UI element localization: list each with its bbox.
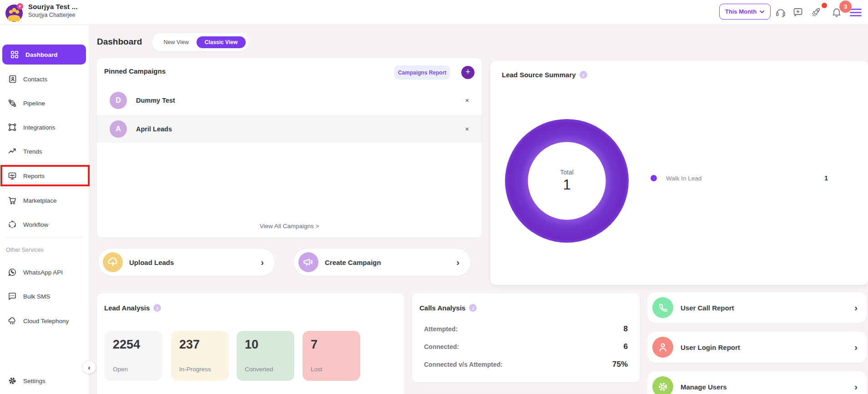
calls-analysis-title: Calls Analysis i: [419, 304, 477, 312]
sidebar-item-trends[interactable]: Trends: [0, 141, 89, 161]
sidebar-item-label: Cloud Telephony: [23, 318, 69, 324]
stat-label: Lost: [311, 366, 323, 373]
phone-icon: [652, 297, 673, 318]
calls-label: Attempted:: [424, 325, 458, 333]
trending-up-icon: [8, 147, 17, 156]
org-logo[interactable]: [5, 3, 25, 23]
org-logo-icon: [5, 3, 25, 23]
info-icon[interactable]: i: [153, 304, 161, 312]
sidebar-collapse-button[interactable]: ‹: [83, 361, 96, 374]
period-selector-label: This Month: [725, 8, 757, 15]
stat-value: 7: [311, 338, 360, 352]
sidebar-item-label: Trends: [23, 148, 42, 155]
create-campaign-card[interactable]: Create Campaign ›: [293, 248, 471, 276]
chevron-right-icon: ›: [854, 342, 858, 353]
stat-label: Open: [113, 366, 128, 373]
sidebar-item-workflow[interactable]: Workflow: [0, 214, 89, 234]
view-all-campaigns-link[interactable]: View All Campaigns >: [97, 223, 482, 229]
manage-users-gear-icon: [652, 376, 673, 394]
user-name: Sourjya Chatterjee: [28, 12, 78, 18]
stat-value: 2254: [113, 338, 162, 352]
sidebar: Dashboard Contacts Pipeline: [0, 25, 89, 394]
pinned-campaigns-card: Pinned Campaigns Campaigns Report + D Du…: [97, 58, 482, 238]
donut-center: Total 1: [505, 119, 629, 243]
unpin-campaign-close-icon[interactable]: ×: [465, 125, 469, 133]
unpin-campaign-close-icon[interactable]: ×: [465, 96, 469, 104]
add-campaign-button[interactable]: +: [461, 66, 474, 79]
other-services-label: Other Services: [6, 247, 44, 253]
user-call-report-card[interactable]: User Call Report ›: [647, 292, 867, 323]
stat-tile-open[interactable]: 2254 Open: [105, 331, 162, 381]
sidebar-item-dashboard[interactable]: Dashboard: [2, 45, 86, 65]
stat-label: In-Progress: [179, 366, 211, 373]
stat-value: 237: [179, 338, 229, 352]
chevron-down-icon: [759, 9, 765, 15]
sidebar-item-pipeline[interactable]: Pipeline: [0, 93, 89, 113]
create-campaign-megaphone-icon: [298, 252, 318, 272]
legend-value: 1: [824, 175, 828, 182]
report-card-label: Manage Users: [681, 383, 727, 391]
campaigns-report-button[interactable]: Campaigns Report: [394, 65, 450, 80]
sidebar-item-label: Reports: [23, 173, 45, 180]
period-selector[interactable]: This Month: [719, 4, 771, 20]
sidebar-item-whatsapp-api[interactable]: WhatsApp API: [0, 262, 89, 282]
view-toggle: New View Classic View: [152, 33, 249, 51]
calls-label: Connected:: [424, 343, 459, 350]
sidebar-item-label: Contacts: [23, 76, 47, 83]
lead-analysis-title: Lead Analysis i: [104, 304, 161, 312]
classic-view-tab[interactable]: Classic View: [197, 36, 246, 48]
account-info: Sourjya Test ... Sourjya Chatterjee: [28, 3, 78, 18]
campaign-row[interactable]: D Dummy Test ×: [97, 86, 482, 114]
pinned-campaigns-title: Pinned Campaigns: [104, 67, 166, 75]
info-icon[interactable]: i: [469, 304, 477, 312]
legend-item[interactable]: Walk In Lead 1: [651, 175, 828, 182]
user-login-report-card[interactable]: User Login Report ›: [647, 332, 867, 363]
campaign-row[interactable]: A April Leads ×: [97, 115, 482, 143]
calls-row-connected-vs-attempted: Connected v/s Attempted: 75%: [424, 359, 628, 370]
notification-count-badge[interactable]: 3: [839, 0, 852, 13]
sidebar-item-reports[interactable]: Reports: [0, 166, 89, 186]
donut-total-value: 1: [563, 177, 570, 193]
sidebar-item-label: Pipeline: [23, 100, 45, 107]
calls-value: 6: [624, 342, 628, 351]
stat-value: 10: [245, 338, 294, 352]
new-view-tab[interactable]: New View: [152, 39, 201, 45]
collapse-chevron-icon: ‹: [88, 364, 91, 371]
headset-icon[interactable]: [775, 7, 786, 18]
menu-hamburger-icon[interactable]: [850, 7, 862, 18]
campaign-name: April Leads: [136, 125, 172, 133]
campaign-avatar: D: [110, 92, 127, 109]
manage-users-card[interactable]: Manage Users ›: [647, 371, 867, 394]
stat-tile-in-progress[interactable]: 237 In-Progress: [171, 331, 229, 381]
sidebar-item-contacts[interactable]: Contacts: [0, 69, 89, 89]
sidebar-item-settings[interactable]: Settings: [0, 371, 89, 391]
stat-tile-lost[interactable]: 7 Lost: [303, 331, 360, 381]
legend-dot: [651, 175, 657, 181]
stat-tile-converted[interactable]: 10 Converted: [237, 331, 294, 381]
page-title: Dashboard: [97, 37, 142, 47]
sidebar-item-label: WhatsApp API: [23, 269, 63, 276]
lead-analysis-card: Lead Analysis i 2254 Open 237 In-Progres…: [97, 293, 404, 394]
cloud-telephony-icon: [8, 316, 17, 325]
sidebar-item-bulk-sms[interactable]: Bulk SMS: [0, 286, 89, 306]
pipeline-icon: [8, 99, 17, 108]
sidebar-item-cloud-telephony[interactable]: Cloud Telephony: [0, 311, 89, 331]
upload-leads-card[interactable]: Upload Leads ›: [98, 248, 275, 276]
calls-row-attempted: Attempted: 8: [424, 323, 628, 335]
upload-leads-cloud-icon: [103, 252, 123, 272]
calls-label: Connected v/s Attempted:: [424, 361, 503, 368]
sidebar-item-label: Settings: [23, 378, 45, 384]
sidebar-item-marketplace[interactable]: Marketplace: [0, 190, 89, 210]
sidebar-item-integrations[interactable]: Integrations: [0, 117, 89, 137]
info-icon[interactable]: i: [580, 71, 587, 79]
rocket-icon[interactable]: [811, 7, 822, 18]
feedback-message-plus-icon[interactable]: [792, 7, 803, 18]
rocket-alert-dot: [822, 3, 827, 8]
sidebar-item-label: Workflow: [23, 221, 48, 228]
reports-icon: [8, 171, 17, 180]
pinned-campaigns-title-text: Pinned Campaigns: [104, 67, 166, 75]
stat-label: Converted: [245, 366, 273, 373]
contacts-icon: [8, 75, 17, 84]
settings-gear-icon: [8, 376, 17, 385]
crm-dashboard: Sourjya Test ... Sourjya Chatterjee This…: [0, 0, 868, 394]
